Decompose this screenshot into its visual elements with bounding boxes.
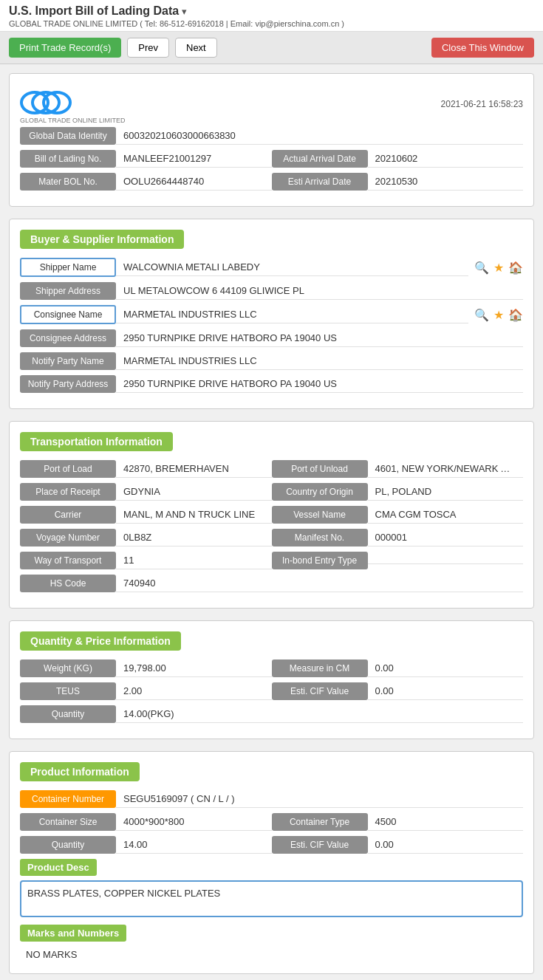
content: GLOBAL TRADE ONLINE LIMITED 2021-06-21 1… [0, 64, 543, 980]
weight-value: 19,798.00 [116, 659, 272, 677]
container-size-label: Container Size [20, 813, 116, 831]
notify-party-address-row: Notify Party Address 2950 TURNPIKE DRIVE… [20, 375, 523, 393]
marks-value: NO MARKS [20, 946, 523, 963]
consignee-star-icon[interactable]: ★ [494, 308, 504, 322]
logo-area: GLOBAL TRADE ONLINE LIMITED 2021-06-21 1… [20, 84, 523, 124]
port-of-load-row: Port of Load 42870, BREMERHAVEN Port of … [20, 460, 523, 478]
logo-svg [20, 84, 72, 121]
product-quantity-value: 14.00 [116, 836, 272, 854]
product-esti-cif-value: 0.00 [368, 836, 524, 854]
sub-header: GLOBAL TRADE ONLINE LIMITED ( Tel: 86-51… [9, 19, 534, 28]
carrier-label: Carrier [20, 506, 116, 524]
vessel-name-value: CMA CGM TOSCA [368, 506, 524, 524]
port-of-unload-label: Port of Unload [272, 460, 368, 478]
master-bol-value: OOLU2664448740 [116, 173, 272, 191]
bol-row: Bill of Lading No. MANLEEF21001297 Actua… [20, 150, 523, 168]
top-bar: U.S. Import Bill of Lading Data ▾ GLOBAL… [0, 0, 543, 32]
inbond-value [368, 558, 524, 564]
consignee-icons: 🔍 ★ 🏠 [474, 308, 523, 322]
shipper-name-label: Shipper Name [20, 258, 116, 277]
shipper-address-label: Shipper Address [20, 282, 116, 300]
way-of-transport-row: Way of Transport 11 In-bond Entry Type [20, 552, 523, 569]
shipper-star-icon[interactable]: ★ [494, 261, 504, 275]
place-of-receipt-value: GDYNIA [116, 483, 272, 501]
shipper-address-value: UL METALOWCOW 6 44109 GLIWICE PL [116, 282, 523, 300]
country-of-origin-value: PL, POLAND [368, 483, 524, 501]
product-desc-label: Product Desc [20, 859, 97, 876]
esti-arrival-value: 20210530 [368, 173, 524, 191]
marks-section: Marks and Numbers NO MARKS [20, 925, 523, 963]
voyage-label: Voyage Number [20, 529, 116, 546]
global-data-value: 600320210603000663830 [116, 127, 523, 145]
carrier-row: Carrier MANL, M AND N TRUCK LINE Vessel … [20, 506, 523, 524]
timestamp: 2021-06-21 16:58:23 [441, 99, 523, 109]
product-desc-section: Product Desc BRASS PLATES, COPPER NICKEL… [20, 859, 523, 917]
teus-row: TEUS 2.00 Esti. CIF Value 0.00 [20, 682, 523, 700]
voyage-row: Voyage Number 0LB8Z Manifest No. 000001 [20, 529, 523, 546]
inbond-label: In-bond Entry Type [272, 552, 368, 569]
header-card: GLOBAL TRADE ONLINE LIMITED 2021-06-21 1… [9, 73, 534, 207]
shipper-home-icon[interactable]: 🏠 [508, 261, 523, 275]
weight-label: Weight (KG) [20, 659, 116, 677]
carrier-value: MANL, M AND N TRUCK LINE [116, 506, 272, 524]
way-of-transport-value: 11 [116, 552, 272, 569]
buyer-supplier-title: Buyer & Supplier Information [20, 230, 184, 249]
prev-button[interactable]: Prev [127, 38, 169, 58]
notify-party-address-label: Notify Party Address [20, 375, 116, 393]
shipper-address-row: Shipper Address UL METALOWCOW 6 44109 GL… [20, 282, 523, 300]
title-arrow[interactable]: ▾ [182, 6, 187, 17]
shipper-icons: 🔍 ★ 🏠 [474, 261, 523, 275]
manifest-label: Manifest No. [272, 529, 368, 546]
teus-label: TEUS [20, 682, 116, 700]
shipper-name-value: WALCOWNIA METALI LABEDY [116, 258, 468, 276]
container-number-row: Container Number SEGU5169097 ( CN / L / … [20, 790, 523, 808]
consignee-search-icon[interactable]: 🔍 [474, 308, 489, 322]
consignee-name-label: Consignee Name [20, 305, 116, 324]
master-bol-label: Mater BOL No. [20, 173, 116, 191]
product-quantity-row: Quantity 14.00 Esti. CIF Value 0.00 [20, 836, 523, 854]
esti-cif-value: 0.00 [368, 682, 524, 700]
buyer-supplier-card: Buyer & Supplier Information Shipper Nam… [9, 219, 534, 409]
notify-party-name-value: MARMETAL INDUSTRIES LLC [116, 352, 523, 370]
shipper-name-row: Shipper Name WALCOWNIA METALI LABEDY 🔍 ★… [20, 258, 523, 277]
product-title: Product Information [20, 762, 140, 781]
container-number-label: Container Number [20, 790, 116, 808]
hs-code-row: HS Code 740940 [20, 575, 523, 592]
close-button[interactable]: Close This Window [431, 38, 534, 58]
esti-cif-label: Esti. CIF Value [272, 682, 368, 700]
consignee-address-label: Consignee Address [20, 329, 116, 347]
quantity-price-card: Quantity & Price Information Weight (KG)… [9, 620, 534, 739]
measure-value: 0.00 [368, 659, 524, 677]
quantity-row: Quantity 14.00(PKG) [20, 705, 523, 723]
way-of-transport-label: Way of Transport [20, 552, 116, 569]
bol-label: Bill of Lading No. [20, 150, 116, 168]
quantity-price-title: Quantity & Price Information [20, 631, 181, 651]
measure-label: Measure in CM [272, 659, 368, 677]
product-desc-value: BRASS PLATES, COPPER NICKEL PLATES [20, 880, 523, 917]
arrival-date-value: 20210602 [368, 150, 524, 168]
global-data-label: Global Data Identity [20, 127, 116, 145]
product-esti-cif-label: Esti. CIF Value [272, 836, 368, 854]
logo-subtitle: GLOBAL TRADE ONLINE LIMITED [20, 117, 126, 124]
consignee-home-icon[interactable]: 🏠 [508, 308, 523, 322]
vessel-name-label: Vessel Name [272, 506, 368, 524]
manifest-value: 000001 [368, 529, 524, 546]
container-type-label: Container Type [272, 813, 368, 831]
notify-party-name-label: Notify Party Name [20, 352, 116, 370]
shipper-search-icon[interactable]: 🔍 [474, 261, 489, 275]
transportation-title: Transportation Information [20, 432, 173, 451]
page-title: U.S. Import Bill of Lading Data [9, 4, 179, 18]
notify-party-name-row: Notify Party Name MARMETAL INDUSTRIES LL… [20, 352, 523, 370]
next-button[interactable]: Next [175, 38, 217, 58]
consignee-address-row: Consignee Address 2950 TURNPIKE DRIVE HA… [20, 329, 523, 347]
consignee-name-row: Consignee Name MARMETAL INDUSTRIES LLC 🔍… [20, 305, 523, 324]
country-of-origin-label: Country of Origin [272, 483, 368, 501]
container-number-value: SEGU5169097 ( CN / L / ) [116, 790, 523, 808]
print-button[interactable]: Print Trade Record(s) [9, 38, 121, 58]
consignee-address-value: 2950 TURNPIKE DRIVE HATBORO PA 19040 US [116, 329, 523, 347]
container-size-value: 4000*900*800 [116, 813, 272, 831]
transportation-card: Transportation Information Port of Load … [9, 421, 534, 609]
quantity-value: 14.00(PKG) [116, 705, 523, 723]
place-of-receipt-label: Place of Receipt [20, 483, 116, 501]
product-card: Product Information Container Number SEG… [9, 751, 534, 974]
